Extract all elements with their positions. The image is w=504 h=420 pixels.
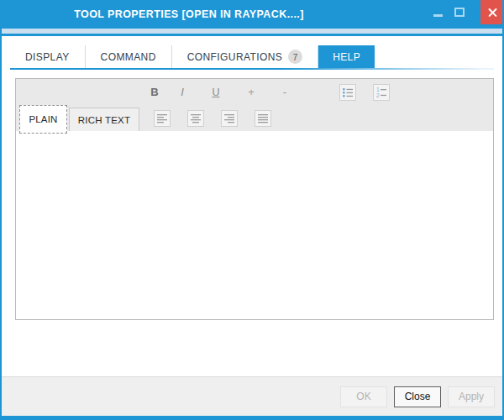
minimize-button[interactable] bbox=[427, 0, 449, 24]
close-button[interactable] bbox=[480, 0, 504, 24]
apply-button[interactable]: Apply bbox=[448, 386, 495, 407]
align-right-button[interactable] bbox=[221, 110, 238, 127]
tab-rich-text[interactable]: RICH TEXT bbox=[69, 108, 139, 132]
tab-display-label: DISPLAY bbox=[25, 51, 70, 63]
editor-toolbar: B I U + - 1 2 bbox=[16, 79, 493, 131]
window-controls bbox=[427, 0, 504, 24]
underline-button[interactable]: U bbox=[206, 83, 226, 102]
increase-font-button[interactable]: + bbox=[241, 83, 261, 102]
title-bar: TOOL PROPERTIES [OPEN IN RAYPACK....] bbox=[0, 0, 504, 29]
align-justify-button[interactable] bbox=[255, 110, 271, 127]
align-left-icon bbox=[157, 113, 168, 123]
align-center-button[interactable] bbox=[187, 110, 204, 127]
bullet-list-button[interactable] bbox=[339, 84, 356, 101]
configurations-count-badge: 7 bbox=[288, 50, 302, 64]
align-right-icon bbox=[224, 113, 235, 123]
tab-underline bbox=[10, 68, 494, 70]
svg-text:2: 2 bbox=[376, 92, 380, 98]
tab-configurations[interactable]: CONFIGURATIONS 7 bbox=[172, 45, 318, 68]
bullet-list-icon bbox=[342, 87, 354, 98]
help-editor: B I U + - 1 2 bbox=[15, 78, 494, 320]
tab-rich-text-label: RICH TEXT bbox=[78, 115, 130, 125]
window-title: TOOL PROPERTIES [OPEN IN RAYPACK....] bbox=[0, 0, 378, 29]
italic-button[interactable]: I bbox=[172, 83, 192, 102]
ok-button[interactable]: OK bbox=[340, 386, 387, 407]
align-justify-icon bbox=[258, 113, 269, 123]
tab-configurations-label: CONFIGURATIONS bbox=[187, 51, 282, 63]
help-text-area[interactable] bbox=[16, 131, 493, 319]
dialog-tab-strip: DISPLAY COMMAND CONFIGURATIONS 7 HELP bbox=[10, 45, 494, 68]
tab-display[interactable]: DISPLAY bbox=[10, 45, 86, 68]
numbered-list-button[interactable]: 1 2 bbox=[373, 84, 390, 101]
footer-bar: OK Close Apply bbox=[2, 376, 502, 416]
tab-command-label: COMMAND bbox=[101, 51, 156, 63]
align-center-icon bbox=[191, 113, 202, 123]
align-left-button[interactable] bbox=[154, 110, 171, 127]
decrease-font-button[interactable]: - bbox=[275, 83, 295, 102]
bold-button[interactable]: B bbox=[144, 83, 165, 102]
tab-plain-label: PLAIN bbox=[29, 114, 57, 124]
tab-help-label: HELP bbox=[333, 51, 360, 63]
tab-command[interactable]: COMMAND bbox=[86, 45, 172, 68]
tab-plain[interactable]: PLAIN bbox=[19, 105, 67, 134]
numbered-list-icon: 1 2 bbox=[375, 87, 387, 98]
maximize-button[interactable] bbox=[449, 0, 470, 24]
close-icon bbox=[487, 7, 498, 18]
minimize-icon bbox=[433, 14, 443, 17]
tab-help[interactable]: HELP bbox=[318, 45, 375, 68]
titlebar-accent-strip bbox=[0, 34, 504, 36]
maximize-icon bbox=[454, 8, 465, 17]
tool-properties-dialog: TOOL PROPERTIES [OPEN IN RAYPACK....] DI… bbox=[0, 0, 504, 420]
close-dialog-button[interactable]: Close bbox=[394, 386, 441, 407]
